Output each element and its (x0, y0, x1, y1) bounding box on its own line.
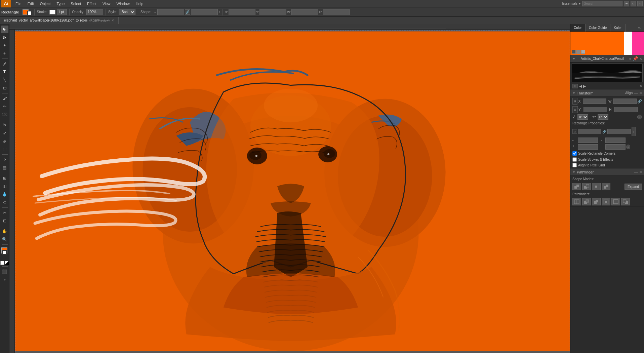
color-panel-collapse[interactable]: — (641, 26, 644, 30)
corner-r2-input[interactable]: 0 pt (605, 138, 626, 143)
rect-w-input[interactable]: 2382.238 pt (578, 129, 601, 134)
constrain-btn[interactable]: 🔗 (185, 9, 190, 15)
gradient-btn[interactable]: ◫ (1, 183, 8, 190)
align-tab[interactable]: Align (625, 91, 633, 95)
artboard-container[interactable] (15, 30, 570, 353)
brush-panel-close2[interactable]: × (640, 84, 642, 88)
brush-options-btn[interactable]: ≡ (629, 56, 631, 61)
search-input[interactable] (582, 1, 622, 6)
doc-tab[interactable]: elephant_vector_art-wallpaper-1680x1260.… (0, 17, 119, 24)
brush-nav-icons[interactable]: ⊞ (572, 84, 578, 88)
transform-x-input[interactable]: 859.821 pt (583, 99, 606, 104)
tab-close-btn[interactable]: ✕ (112, 19, 114, 22)
constraint-circle[interactable]: ○ (637, 115, 642, 119)
stroke-color-box-left[interactable] (2, 250, 7, 255)
color-guide-tab[interactable]: Color Guide (586, 24, 610, 32)
swatch-2[interactable] (576, 50, 580, 54)
transform-close-btn[interactable]: × (639, 90, 642, 95)
outline-btn[interactable] (611, 198, 620, 205)
scale-corners-checkbox[interactable] (572, 151, 577, 156)
warp-btn[interactable]: ⌀ (1, 138, 8, 145)
gradient-color[interactable] (5, 261, 9, 265)
y-input[interactable]: 614.817 pt (259, 9, 286, 15)
trim-btn[interactable] (582, 198, 591, 205)
shape-h-input[interactable]: 1542.154 pt (191, 9, 218, 15)
artboard-btn[interactable]: ⊡ (1, 217, 8, 225)
selection-tool-btn[interactable] (1, 26, 8, 33)
paintbrush-btn[interactable]: 🖌 (1, 95, 8, 102)
rect-constrain-btn[interactable]: 🔗 (602, 129, 607, 134)
edit-contents-btn[interactable]: ⚬ (1, 276, 8, 283)
brush-next-btn[interactable]: ▶ (583, 84, 586, 88)
menu-object[interactable]: Object (37, 1, 53, 6)
transform-y-input[interactable]: 614.817 pt (583, 107, 607, 112)
menu-view[interactable]: View (100, 1, 113, 6)
expand-btn[interactable]: Expand (625, 184, 642, 190)
corner-r4-input[interactable]: 0 pt (605, 144, 626, 150)
h2-input[interactable]: 1542.154 pt (323, 9, 350, 15)
eraser-btn[interactable]: ⌫ (1, 111, 8, 118)
brush-prev-btn[interactable]: ◀ (579, 84, 582, 88)
mesh-btn[interactable]: ⊞ (1, 174, 8, 182)
close-btn[interactable]: × (637, 1, 643, 6)
stroke-width-input[interactable] (57, 9, 67, 15)
pencil-btn[interactable]: ✏ (1, 103, 8, 110)
free-transform-btn[interactable]: ⬚ (1, 146, 8, 153)
w2-input[interactable]: 2382.238 pt (291, 9, 318, 15)
pathfinder-collapse-btn[interactable]: — (634, 169, 638, 174)
zoom-btn[interactable]: 🔍 (1, 236, 8, 243)
exclude-btn[interactable] (602, 183, 610, 190)
menu-window[interactable]: Window (114, 1, 132, 6)
style-select[interactable]: Basic (119, 9, 135, 15)
scale-btn[interactable]: ⤢ (1, 129, 8, 137)
direct-selection-btn[interactable] (1, 34, 8, 41)
corner-r3-input[interactable]: 0 pt (578, 144, 598, 150)
rect-h-input[interactable]: 1542.154 pt (607, 129, 631, 134)
type-btn[interactable]: T (1, 68, 8, 76)
opacity-input[interactable]: 100% (86, 9, 103, 15)
line-btn[interactable]: ╲ (1, 76, 8, 84)
menu-help[interactable]: Help (133, 1, 146, 6)
brush-close-btn[interactable]: × (640, 56, 642, 61)
swatch-3[interactable] (581, 50, 585, 54)
stroke-color-box[interactable] (49, 10, 55, 14)
stroke-swatch-small[interactable] (27, 11, 32, 15)
merge-btn[interactable] (592, 198, 601, 205)
minus-back-btn[interactable] (621, 198, 630, 205)
unite-btn[interactable] (572, 183, 581, 190)
change-screen-btn[interactable]: ⬛ (1, 268, 8, 275)
maximize-btn[interactable]: □ (631, 1, 636, 6)
pen-btn[interactable] (1, 60, 8, 68)
angle1-select[interactable]: 0° (577, 114, 588, 120)
shape-w-input[interactable]: 2382.238 pt (157, 9, 184, 15)
intersect-btn[interactable] (592, 183, 601, 190)
corner-lock[interactable]: ○ (626, 145, 630, 149)
color-panel-expand[interactable]: » (638, 25, 641, 31)
brush-pin-btn[interactable]: 📌 (633, 56, 638, 61)
menu-effect[interactable]: Effect (84, 1, 99, 6)
menu-edit[interactable]: Edit (25, 1, 37, 6)
chain-icon[interactable]: 🔗 (637, 99, 642, 104)
menu-file[interactable]: File (13, 1, 24, 6)
symbol-sprayer-btn[interactable]: ⁘ (1, 156, 8, 163)
rect-chain-v[interactable]: | (632, 127, 636, 136)
transform-collapse-btn[interactable]: — (634, 91, 638, 95)
graph-btn[interactable]: ▤ (1, 164, 8, 171)
none-color[interactable] (0, 261, 4, 265)
divide-btn[interactable] (572, 198, 581, 205)
angle2-select[interactable]: 0° (598, 114, 608, 120)
rectangle-btn[interactable] (1, 84, 8, 92)
menu-select[interactable]: Select (68, 1, 84, 6)
magic-wand-btn[interactable]: ✦ (1, 42, 8, 49)
minus-front-btn[interactable] (582, 183, 591, 190)
canvas-area[interactable] (9, 24, 570, 353)
menu-type[interactable]: Type (54, 1, 68, 6)
x-input[interactable]: 859.821 pt (229, 9, 255, 15)
swatch-1[interactable] (572, 50, 576, 54)
color-tab[interactable]: Color (570, 24, 586, 32)
rotate-btn[interactable]: ↻ (1, 121, 8, 129)
align-pixel-checkbox[interactable] (572, 163, 577, 167)
lasso-btn[interactable]: ⌖ (1, 50, 8, 57)
scissors-btn[interactable]: ✂ (1, 209, 8, 217)
kuler-tab[interactable]: Kuler (610, 24, 625, 32)
